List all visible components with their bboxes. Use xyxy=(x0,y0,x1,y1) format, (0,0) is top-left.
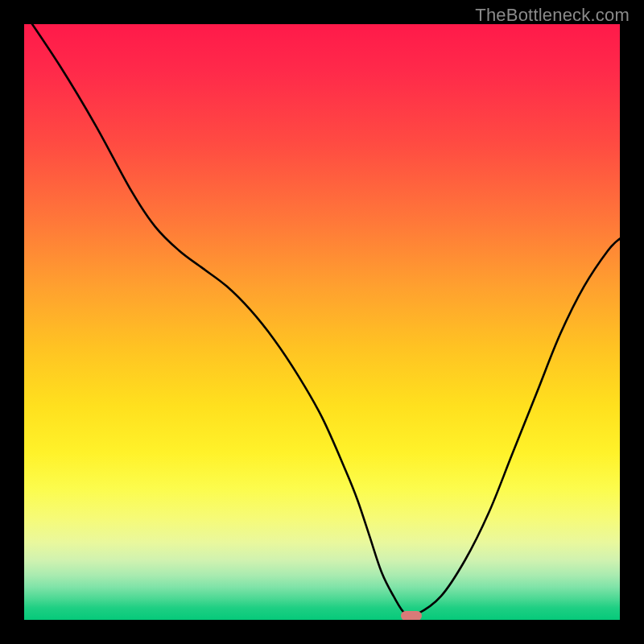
chart-container: TheBottleneck.com xyxy=(0,0,644,644)
optimal-point-marker xyxy=(401,611,422,620)
attribution-label: TheBottleneck.com xyxy=(475,5,630,26)
bottleneck-curve xyxy=(24,24,620,620)
plot-area xyxy=(24,24,620,620)
